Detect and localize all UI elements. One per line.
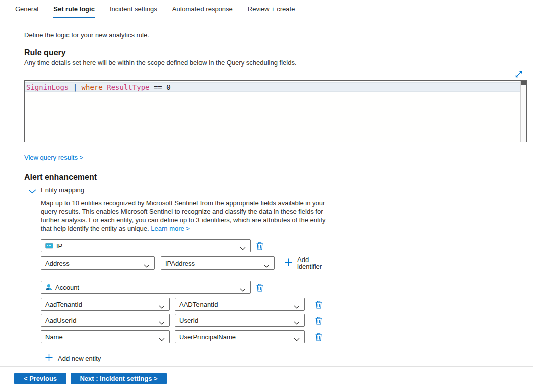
entity-mapping-description: Map up to 10 entities recognized by Micr… — [41, 199, 327, 233]
identifier-value-dropdown[interactable]: AADTenantId — [175, 298, 305, 311]
add-identifier-label: Add identifier — [297, 256, 321, 270]
identifier-field-dropdown[interactable]: Name — [41, 330, 170, 343]
delete-identifier-button[interactable] — [314, 332, 324, 342]
footer-divider — [0, 366, 533, 367]
chevron-down-icon — [294, 335, 300, 343]
expand-editor-icon[interactable] — [515, 70, 523, 78]
identifier-value-value: AADTenantId — [179, 301, 218, 308]
add-identifier-button[interactable]: Add identifier — [285, 256, 324, 270]
view-query-results-link[interactable]: View query results > — [24, 154, 83, 161]
delete-entity-button[interactable] — [255, 282, 265, 292]
tab-general[interactable]: General — [15, 5, 38, 18]
identifier-value-value: UserId — [179, 317, 198, 324]
rule-query-description: Any time details set here will be within… — [24, 59, 527, 67]
chevron-down-icon — [159, 303, 165, 310]
wizard-tabbar: General Set rule logic Incident settings… — [0, 0, 533, 18]
wizard-footer: < Previous Next : Incident settings > — [0, 373, 533, 384]
identifier-value-value: UserPrincipalName — [179, 333, 236, 341]
tab-incident-settings[interactable]: Incident settings — [110, 5, 157, 18]
intro-text: Define the logic for your new analytics … — [24, 31, 527, 39]
identifier-field-value: Name — [45, 333, 63, 341]
learn-more-link[interactable]: Learn more > — [151, 225, 190, 232]
entity-type-value: IP — [56, 242, 62, 250]
identifier-value-dropdown[interactable]: UserId — [175, 314, 305, 327]
chevron-down-icon — [240, 244, 246, 252]
delete-entity-button[interactable] — [255, 241, 265, 251]
next-incident-settings-button[interactable]: Next : Incident settings > — [71, 373, 167, 384]
identifier-field-value: AadUserId — [45, 317, 76, 324]
identifier-field-dropdown[interactable]: AadTenantId — [41, 298, 170, 311]
chevron-down-icon — [294, 303, 300, 310]
identifier-field-dropdown[interactable]: AadUserId — [41, 314, 170, 327]
alert-enhancement-heading: Alert enhancement — [24, 172, 527, 182]
editor-scrollbar-thumb[interactable] — [521, 81, 526, 85]
tab-review-create[interactable]: Review + create — [248, 5, 295, 18]
delete-identifier-button[interactable] — [314, 315, 324, 325]
add-new-entity-button[interactable]: Add new entity — [45, 354, 101, 363]
query-code-editor[interactable]: SigninLogs | where ResultType == 0 — [24, 80, 527, 142]
identifier-value-value: IPAddress — [165, 259, 195, 267]
tab-automated-response[interactable]: Automated response — [172, 5, 233, 18]
chevron-down-icon — [28, 188, 36, 192]
chevron-down-icon — [159, 335, 165, 343]
rule-query-heading: Rule query — [24, 48, 527, 58]
identifier-field-value: AadTenantId — [45, 301, 82, 308]
ip-icon — [45, 243, 53, 249]
chevron-down-icon — [263, 262, 270, 269]
entity-type-value: Account — [55, 284, 79, 291]
identifier-field-dropdown[interactable]: Address — [41, 256, 155, 270]
chevron-down-icon — [240, 286, 246, 293]
previous-button[interactable]: < Previous — [14, 373, 66, 384]
tab-content: Define the logic for your new analytics … — [0, 31, 527, 363]
chevron-down-icon — [294, 319, 300, 326]
chevron-down-icon — [159, 319, 165, 326]
add-new-entity-label: Add new entity — [58, 355, 101, 362]
tab-set-rule-logic[interactable]: Set rule logic — [53, 5, 95, 18]
plus-icon — [285, 258, 292, 268]
account-icon — [45, 284, 52, 291]
delete-identifier-button[interactable] — [314, 299, 324, 309]
entity-type-dropdown-ip[interactable]: IP — [41, 239, 251, 252]
plus-icon — [45, 354, 53, 363]
identifier-field-value: Address — [45, 259, 70, 267]
code-line: SigninLogs | where ResultType == 0 — [25, 81, 526, 92]
identifier-value-dropdown[interactable]: UserPrincipalName — [175, 330, 305, 343]
entity-type-dropdown-account[interactable]: Account — [41, 281, 251, 294]
identifier-value-dropdown[interactable]: IPAddress — [161, 256, 275, 270]
editor-scrollbar[interactable] — [520, 81, 526, 142]
entity-mapping-toggle[interactable]: Entity mapping — [28, 186, 527, 194]
chevron-down-icon — [144, 262, 150, 269]
entity-mapping-label: Entity mapping — [41, 186, 84, 194]
